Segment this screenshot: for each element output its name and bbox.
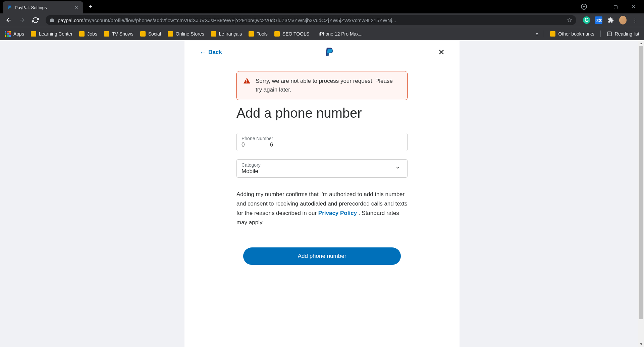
folder-icon	[211, 31, 216, 37]
folder-icon	[168, 31, 173, 37]
category-field[interactable]: Category Mobile	[236, 159, 408, 178]
phone-number-field[interactable]: Phone Number	[236, 133, 408, 151]
scroll-down-icon[interactable]: ▼	[638, 341, 644, 347]
consent-text: Adding my number confirms that I'm autho…	[236, 190, 408, 227]
bookmark-label: Learning Center	[39, 31, 72, 37]
folder-icon	[550, 31, 555, 37]
bookmark-overflow-icon[interactable]: »	[536, 31, 539, 37]
bookmark-label: Jobs	[87, 31, 97, 37]
bookmark-label: Le français	[219, 31, 242, 37]
tab-title: PayPal: Settings	[15, 5, 71, 10]
scrollbar[interactable]: ▲ ▼	[638, 40, 644, 347]
extension-indicator-icon[interactable]: ▼	[581, 4, 587, 10]
extension-icons: G G文 ⋮	[580, 16, 641, 24]
privacy-policy-link[interactable]: Privacy Policy	[318, 210, 357, 216]
reading-list-icon	[607, 31, 612, 37]
bookmark-folder[interactable]: SEO TOOLS	[274, 30, 310, 38]
bookmark-folder[interactable]: Online Stores	[167, 30, 205, 38]
content-area: Sorry, we are not able to process your r…	[184, 61, 460, 265]
bookmark-folder[interactable]: Jobs	[78, 30, 98, 38]
folder-icon	[104, 31, 109, 37]
reading-list[interactable]: Reading list	[606, 30, 640, 38]
apps-label: Apps	[13, 31, 24, 37]
paypal-favicon-icon	[7, 5, 12, 10]
minimize-button[interactable]: ─	[590, 1, 605, 12]
folder-icon	[274, 31, 280, 37]
translate-extension-icon[interactable]: G文	[595, 16, 602, 24]
bookmark-label: TV Shows	[112, 31, 133, 37]
bookmark-label: Social	[148, 31, 161, 37]
phone-label: Phone Number	[241, 136, 402, 141]
back-button[interactable]: ← Back	[200, 49, 222, 56]
close-window-button[interactable]: ✕	[626, 1, 641, 12]
bookmark-star-icon[interactable]: ☆	[567, 16, 572, 24]
bookmark-label: iPhone 12 Pro Max...	[319, 31, 363, 37]
add-phone-button[interactable]: Add phone number	[243, 247, 401, 265]
category-label: Category	[241, 162, 402, 168]
bookmark-folder[interactable]: Le français	[210, 30, 243, 38]
separator	[600, 31, 601, 37]
bookmark-folder[interactable]: Tools	[248, 30, 268, 38]
browser-menu-icon[interactable]: ⋮	[631, 16, 639, 24]
new-tab-button[interactable]: +	[86, 2, 95, 11]
folder-icon	[31, 31, 36, 37]
paypal-logo-icon	[325, 48, 333, 57]
browser-tab[interactable]: PayPal: Settings ✕	[3, 1, 83, 13]
lock-icon	[50, 17, 54, 23]
scroll-up-icon[interactable]: ▲	[638, 40, 644, 46]
address-toolbar: paypal.com/myaccount/profile/flow/phones…	[0, 13, 644, 27]
window-controls: ▼ ─ ▢ ✕	[581, 1, 644, 12]
page-title: Add a phone number	[236, 106, 408, 121]
nav-forward-button[interactable]	[16, 14, 28, 26]
extensions-puzzle-icon[interactable]	[607, 16, 614, 24]
apps-bookmark[interactable]: Apps	[4, 30, 25, 38]
apps-grid-icon	[5, 31, 11, 37]
modal-container: ← Back ✕ Sorry, we are not able to proce…	[184, 40, 460, 347]
folder-icon	[79, 31, 85, 37]
folder-icon	[140, 31, 146, 37]
bookmark-label: Tools	[257, 31, 268, 37]
separator	[544, 31, 544, 37]
page-viewport: ← Back ✕ Sorry, we are not able to proce…	[0, 40, 644, 347]
bookmark-item[interactable]: iPhone 12 Pro Max...	[315, 30, 363, 38]
browser-tab-bar: PayPal: Settings ✕ + ▼ ─ ▢ ✕	[0, 0, 644, 13]
warning-triangle-icon	[244, 78, 250, 83]
reload-button[interactable]	[30, 14, 42, 26]
folder-icon	[249, 31, 254, 37]
bookmark-label: Online Stores	[176, 31, 204, 37]
bookmark-label: Other bookmarks	[558, 31, 594, 37]
error-message: Sorry, we are not able to process your r…	[256, 77, 400, 95]
address-bar[interactable]: paypal.com/myaccount/profile/flow/phones…	[46, 15, 576, 25]
bookmark-folder[interactable]: Learning Center	[30, 30, 73, 38]
bookmark-label: SEO TOOLS	[282, 31, 309, 37]
profile-avatar[interactable]	[619, 16, 627, 24]
close-modal-button[interactable]: ✕	[437, 46, 446, 58]
phone-input[interactable]	[241, 141, 402, 148]
url-text: paypal.com/myaccount/profile/flow/phones…	[58, 17, 564, 23]
error-alert: Sorry, we are not able to process your r…	[236, 71, 408, 100]
bookmarks-bar: Apps Learning Center Jobs TV Shows Socia…	[0, 27, 644, 40]
modal-header: ← Back ✕	[184, 40, 460, 61]
back-label: Back	[208, 49, 222, 56]
close-tab-icon[interactable]: ✕	[74, 5, 79, 10]
nav-back-button[interactable]	[3, 14, 15, 26]
grammarly-extension-icon[interactable]: G	[583, 16, 590, 24]
category-value: Mobile	[241, 168, 402, 175]
bookmark-label: Reading list	[615, 31, 639, 37]
maximize-button[interactable]: ▢	[608, 1, 623, 12]
bookmark-folder[interactable]: Social	[140, 30, 162, 38]
bookmark-folder[interactable]: TV Shows	[103, 30, 134, 38]
arrow-left-icon: ←	[200, 49, 206, 56]
other-bookmarks[interactable]: Other bookmarks	[549, 30, 595, 38]
scrollbar-thumb[interactable]	[639, 46, 643, 319]
